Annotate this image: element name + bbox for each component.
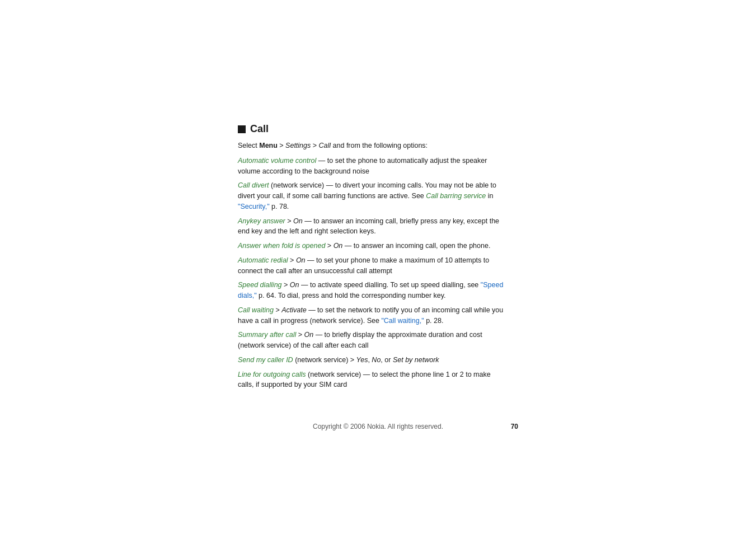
call-barring-service-link[interactable]: Call barring service bbox=[426, 192, 486, 200]
list-item: Call waiting > Activate — to set the net… bbox=[238, 305, 506, 326]
page-title: Call bbox=[250, 123, 269, 135]
content-area: Call Select Menu > Settings > Call and f… bbox=[238, 123, 506, 394]
call-divert-text3: p. 78. bbox=[271, 203, 289, 210]
answer-when-fold-link[interactable]: Answer when fold is opened bbox=[238, 242, 325, 250]
speed-dialling-link[interactable]: Speed dialling bbox=[238, 281, 282, 289]
speed-dialling-text: > On — to activate speed dialling. To se… bbox=[284, 281, 481, 289]
list-item: Send my caller ID (network service) > Ye… bbox=[238, 355, 506, 366]
summary-after-call-link[interactable]: Summary after call bbox=[238, 331, 296, 339]
section-title: Call bbox=[238, 123, 506, 135]
intro-call-italic: Call bbox=[319, 142, 331, 149]
speed-dialling-text2: p. 64. To dial, press and hold the corre… bbox=[259, 292, 445, 299]
list-item: Anykey answer > On — to answer an incomi… bbox=[238, 216, 506, 237]
call-waiting-link[interactable]: Call waiting bbox=[238, 306, 274, 314]
list-item: Automatic redial > On — to set your phon… bbox=[238, 255, 506, 277]
intro-menu-bold: Menu bbox=[259, 142, 278, 149]
call-waiting-ref-link[interactable]: "Call waiting," bbox=[381, 317, 424, 325]
intro-line: Select Menu > Settings > Call and from t… bbox=[238, 140, 506, 151]
call-divert-text2: in bbox=[488, 192, 494, 200]
list-item: Call divert (network service) — to diver… bbox=[238, 180, 506, 212]
send-my-caller-id-link[interactable]: Send my caller ID bbox=[238, 356, 293, 364]
page-container: Call Select Menu > Settings > Call and f… bbox=[0, 0, 756, 534]
list-item: Summary after call > On — to briefly dis… bbox=[238, 330, 506, 351]
call-divert-link[interactable]: Call divert bbox=[238, 181, 269, 189]
security-link[interactable]: "Security," bbox=[238, 203, 270, 210]
page-number: 70 bbox=[511, 423, 518, 430]
section-icon bbox=[238, 125, 246, 133]
list-item: Speed dialling > On — to activate speed … bbox=[238, 280, 506, 301]
call-waiting-text: > Activate — to set the network to notif… bbox=[238, 306, 503, 325]
anykey-answer-link[interactable]: Anykey answer bbox=[238, 217, 285, 225]
send-my-caller-id-text: (network service) > Yes, No, or Set by n… bbox=[295, 356, 439, 364]
list-item: Automatic volume control — to set the ph… bbox=[238, 156, 506, 177]
automatic-redial-link[interactable]: Automatic redial bbox=[238, 256, 288, 264]
line-for-outgoing-calls-link[interactable]: Line for outgoing calls bbox=[238, 371, 306, 378]
intro-settings-italic: Settings bbox=[285, 142, 311, 149]
list-item: Line for outgoing calls (network service… bbox=[238, 369, 506, 391]
call-waiting-text2: p. 28. bbox=[426, 317, 443, 325]
answer-when-fold-text: > On — to answer an incoming call, open … bbox=[327, 242, 491, 250]
list-item: Answer when fold is opened > On — to ans… bbox=[238, 241, 506, 251]
copyright-text: Copyright © 2006 Nokia. All rights reser… bbox=[313, 423, 443, 430]
automatic-volume-control-link[interactable]: Automatic volume control bbox=[238, 157, 316, 165]
footer: Copyright © 2006 Nokia. All rights reser… bbox=[0, 423, 756, 430]
